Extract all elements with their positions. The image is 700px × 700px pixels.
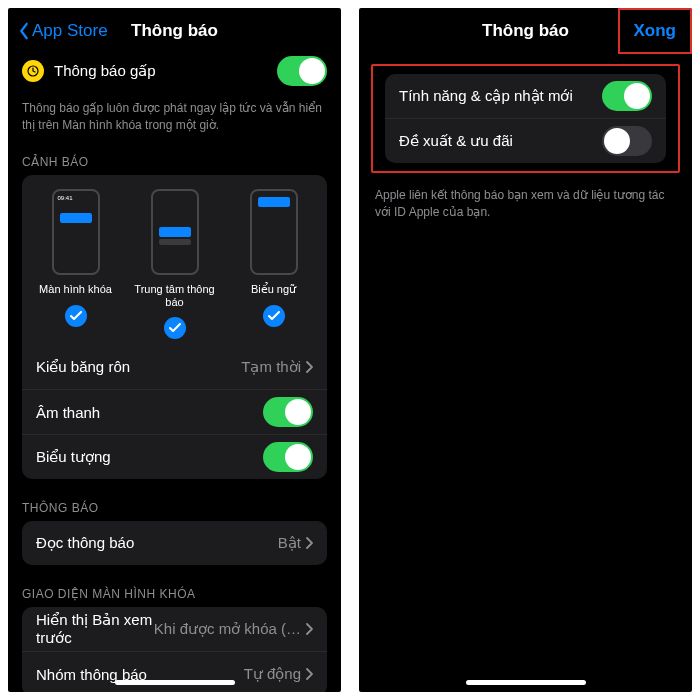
urgent-toggle[interactable] xyxy=(277,56,327,86)
section-notif: THÔNG BÁO xyxy=(22,495,327,521)
header: Thông báo Xong xyxy=(359,8,692,54)
notif-group: Đọc thông báo Bật xyxy=(22,521,327,565)
content: Thông báo gấp Thông báo gấp luôn được ph… xyxy=(8,54,341,692)
highlighted-options: Tính năng & cập nhật mới Đề xuất & ưu đã… xyxy=(371,64,680,173)
home-indicator[interactable] xyxy=(115,680,235,685)
urgent-footer: Thông báo gấp luôn được phát ngay lập tứ… xyxy=(22,94,327,149)
footer-text: Apple liên kết thông báo bạn xem và dữ l… xyxy=(373,181,678,236)
badges-toggle[interactable] xyxy=(263,442,313,472)
chevron-right-icon xyxy=(305,535,313,552)
alert-styles: 09:41 Màn hình khóa Trung tâm thông báo … xyxy=(22,175,327,345)
badges-row[interactable]: Biểu tượng xyxy=(22,435,327,479)
sound-toggle[interactable] xyxy=(263,397,313,427)
home-indicator[interactable] xyxy=(466,680,586,685)
recommendations-row[interactable]: Đề xuất & ưu đãi xyxy=(385,119,666,163)
header: App Store Thông báo xyxy=(8,8,341,54)
checkmark-icon xyxy=(164,317,186,339)
alert-banner[interactable]: Biểu ngữ xyxy=(224,189,323,339)
left-screen: App Store Thông báo Thông báo gấp Thông … xyxy=(8,8,341,692)
done-button[interactable]: Xong xyxy=(618,8,693,54)
banner-preview xyxy=(250,189,298,275)
alerts-group: 09:41 Màn hình khóa Trung tâm thông báo … xyxy=(22,175,327,479)
center-preview xyxy=(151,189,199,275)
page-title: Thông báo xyxy=(131,21,218,41)
content: Tính năng & cập nhật mới Đề xuất & ưu đã… xyxy=(359,54,692,692)
section-alerts: CẢNH BÁO xyxy=(22,149,327,175)
urgent-row[interactable]: Thông báo gấp xyxy=(22,54,327,94)
page-title: Thông báo xyxy=(482,21,569,41)
chevron-left-icon xyxy=(18,22,30,40)
grouping-row[interactable]: Nhóm thông báo Tự động xyxy=(22,652,327,692)
alert-notification-center[interactable]: Trung tâm thông báo xyxy=(125,189,224,339)
new-features-toggle[interactable] xyxy=(602,81,652,111)
announce-row[interactable]: Đọc thông báo Bật xyxy=(22,521,327,565)
urgent-label: Thông báo gấp xyxy=(54,62,267,80)
banner-style-row[interactable]: Kiểu băng rôn Tạm thời xyxy=(22,345,327,390)
checkmark-icon xyxy=(65,305,87,327)
back-label: App Store xyxy=(32,21,108,41)
right-screen: Thông báo Xong Tính năng & cập nhật mới … xyxy=(359,8,692,692)
chevron-right-icon xyxy=(305,359,313,376)
section-lock: GIAO DIỆN MÀN HÌNH KHÓA xyxy=(22,581,327,607)
preview-row[interactable]: Hiển thị Bản xem trước Khi được mở khóa … xyxy=(22,607,327,652)
alert-lock-screen[interactable]: 09:41 Màn hình khóa xyxy=(26,189,125,339)
lock-screen-preview: 09:41 xyxy=(52,189,100,275)
chevron-right-icon xyxy=(305,666,313,683)
recommendations-toggle[interactable] xyxy=(602,126,652,156)
chevron-right-icon xyxy=(305,621,313,638)
back-button[interactable]: App Store xyxy=(18,21,108,41)
checkmark-icon xyxy=(263,305,285,327)
new-features-row[interactable]: Tính năng & cập nhật mới xyxy=(385,74,666,119)
sound-row[interactable]: Âm thanh xyxy=(22,390,327,435)
clock-icon xyxy=(22,60,44,82)
